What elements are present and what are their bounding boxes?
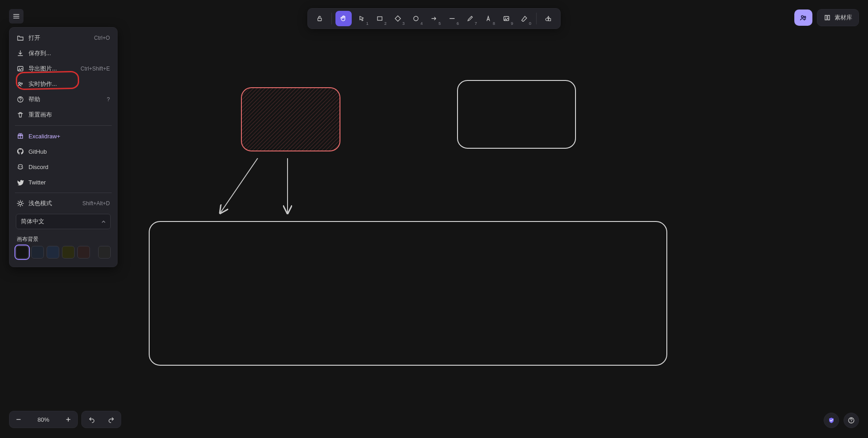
eraser-tool[interactable]: 0: [516, 11, 533, 26]
book-icon: [824, 14, 831, 21]
bottom-right-group: [824, 413, 859, 428]
canvas-white-rect[interactable]: [458, 80, 576, 148]
menu-open-shortcut: Ctrl+O: [94, 35, 110, 41]
text-tool[interactable]: 8: [480, 11, 496, 26]
svg-point-13: [414, 16, 418, 21]
canvas-red-rect[interactable]: [241, 88, 340, 151]
tool-sub-8: 8: [493, 21, 495, 26]
canvas-bg-swatches: [16, 246, 111, 259]
tool-sub-2: 2: [384, 21, 387, 26]
lock-tool[interactable]: [311, 11, 328, 26]
tool-sub-7: 7: [475, 21, 477, 26]
menu-reset-canvas[interactable]: 重置画布: [12, 107, 114, 122]
image-tool[interactable]: 9: [498, 11, 514, 26]
menu-github[interactable]: GitHub: [12, 144, 114, 159]
svg-point-15: [505, 18, 506, 19]
pencil-icon: [467, 15, 474, 22]
tool-sub-6: 6: [457, 21, 459, 26]
menu-export-image[interactable]: 导出图片... Ctrl+Shift+E: [12, 61, 114, 76]
language-select[interactable]: 简体中文: [16, 214, 111, 229]
hand-icon: [340, 15, 347, 22]
folder-icon: [17, 34, 24, 42]
menu-help[interactable]: 帮助 ?: [12, 92, 114, 107]
library-button[interactable]: 素材库: [817, 9, 859, 26]
rectangle-tool[interactable]: 2: [372, 11, 388, 26]
cursor-icon: [358, 15, 365, 22]
image-export-icon: [17, 65, 24, 72]
twitter-icon: [17, 179, 24, 186]
svg-point-6: [20, 101, 20, 101]
menu-live-collab-label: 实时协作...: [28, 80, 110, 88]
tool-sub-5: 5: [439, 21, 441, 26]
diamond-tool[interactable]: 3: [390, 11, 406, 26]
tool-sub-1: 1: [366, 21, 368, 26]
svg-rect-11: [318, 18, 321, 21]
zoom-value[interactable]: 80%: [28, 416, 59, 423]
arrow-tool[interactable]: 5: [426, 11, 442, 26]
drawing-canvas[interactable]: [0, 0, 868, 438]
menu-discord[interactable]: Discord: [12, 159, 114, 174]
tool-sub-0: 0: [529, 21, 531, 26]
menu-excalidraw-plus[interactable]: Excalidraw+: [12, 128, 114, 144]
svg-point-19: [804, 16, 806, 18]
svg-point-3: [19, 82, 20, 84]
line-icon: [448, 15, 456, 22]
bg-swatch-4[interactable]: [77, 246, 90, 259]
hand-tool[interactable]: [335, 11, 352, 26]
sun-icon: [17, 200, 24, 207]
menu-save-to[interactable]: 保存到...: [12, 46, 114, 61]
image-icon: [503, 15, 510, 22]
tool-sub-9: 9: [511, 21, 513, 26]
ellipse-tool[interactable]: 4: [408, 11, 424, 26]
bg-swatch-3[interactable]: [62, 246, 75, 259]
menu-button[interactable]: [9, 9, 24, 24]
diamond-icon: [394, 15, 401, 22]
help-icon: [17, 96, 24, 103]
selection-tool[interactable]: 1: [354, 11, 370, 26]
svg-point-9: [21, 166, 22, 167]
bg-swatch-custom[interactable]: [98, 246, 111, 259]
canvas-arrow-1[interactable]: [221, 158, 258, 212]
menu-export-image-shortcut: Ctrl+Shift+E: [80, 66, 110, 72]
menu-theme-shortcut: Shift+Alt+D: [82, 200, 110, 207]
menu-twitter[interactable]: Twitter: [12, 174, 114, 190]
hamburger-icon: [13, 13, 20, 20]
undo-group: [81, 411, 121, 428]
github-icon: [17, 148, 24, 155]
zoom-out-button[interactable]: [9, 411, 28, 428]
help-icon: [848, 417, 855, 424]
undo-button[interactable]: [82, 411, 101, 428]
line-tool[interactable]: 6: [444, 11, 460, 26]
freedraw-tool[interactable]: 7: [462, 11, 478, 26]
arrow-icon: [430, 15, 438, 22]
bg-swatch-0[interactable]: [16, 246, 28, 259]
undo-icon: [88, 416, 95, 423]
svg-point-18: [802, 16, 804, 18]
top-right-group: 素材库: [794, 9, 859, 26]
shield-button[interactable]: [824, 413, 839, 428]
download-icon: [17, 50, 24, 57]
toolbar-divider-2: [536, 13, 537, 24]
language-value: 简体中文: [21, 217, 44, 226]
menu-live-collab[interactable]: 实时协作...: [12, 76, 114, 92]
menu-theme-toggle[interactable]: 浅色模式 Shift+Alt+D: [12, 196, 114, 211]
main-menu-panel: 打开 Ctrl+O 保存到... 导出图片... Ctrl+Shift+E 实时…: [9, 27, 118, 267]
lock-icon: [316, 15, 323, 22]
bg-swatch-2[interactable]: [47, 246, 59, 259]
bg-swatch-1[interactable]: [31, 246, 44, 259]
library-label: 素材库: [835, 14, 852, 22]
redo-button[interactable]: [101, 411, 121, 428]
svg-rect-17: [548, 19, 551, 21]
canvas-big-rect[interactable]: [149, 221, 667, 365]
shapes-tool[interactable]: [540, 11, 557, 26]
minus-icon: [15, 416, 22, 423]
rectangle-icon: [376, 15, 383, 22]
help-button[interactable]: [844, 413, 859, 428]
live-collab-button[interactable]: [794, 9, 812, 26]
chevron-up-icon: [101, 219, 106, 224]
menu-discord-label: Discord: [28, 164, 110, 170]
zoom-in-button[interactable]: [59, 411, 77, 428]
menu-divider-1: [15, 125, 112, 126]
menu-open[interactable]: 打开 Ctrl+O: [12, 30, 114, 46]
svg-point-4: [21, 83, 22, 84]
